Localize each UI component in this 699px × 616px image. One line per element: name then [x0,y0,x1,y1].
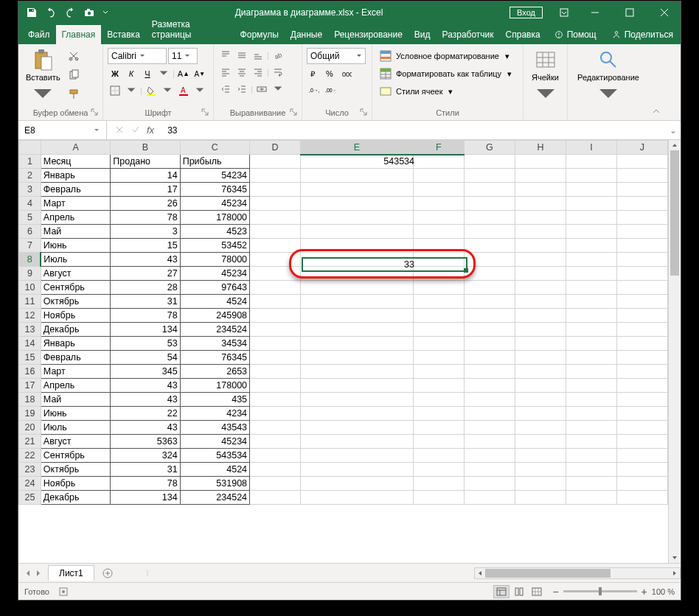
cell-F4[interactable] [413,197,464,211]
cell-F25[interactable] [413,491,464,505]
zoom-level[interactable]: 100 % [652,587,675,596]
cell-I16[interactable] [566,365,616,379]
cell-A12[interactable]: Ноябрь [41,309,110,323]
cell-E14[interactable] [301,337,414,351]
row-header-23[interactable]: 23 [19,463,41,477]
row-header-14[interactable]: 14 [19,337,41,351]
zoom-in-button[interactable]: + [641,586,647,598]
cell-H15[interactable] [515,351,566,365]
cell-J12[interactable] [616,309,667,323]
cell-G2[interactable] [464,169,515,183]
cell-B14[interactable]: 53 [111,337,180,351]
cell-D3[interactable] [250,183,301,197]
cell-D14[interactable] [250,337,301,351]
collapse-ribbon-button[interactable] [649,44,664,120]
cell-H9[interactable] [515,267,566,281]
cell-C13[interactable]: 234524 [180,323,249,337]
cell-J24[interactable] [616,477,667,491]
cell-J8[interactable] [616,253,667,267]
tab-developer[interactable]: Разработчик [437,25,500,44]
col-header-I[interactable]: I [566,141,616,155]
cell-B4[interactable]: 26 [111,197,180,211]
cell-C24[interactable]: 531908 [180,477,249,491]
paste-button[interactable]: Вставить [23,46,63,108]
cell-J7[interactable] [616,239,667,253]
cell-D7[interactable] [250,239,301,253]
row-header-12[interactable]: 12 [19,309,41,323]
cell-B24[interactable]: 78 [111,477,180,491]
cell-H18[interactable] [515,393,566,407]
cell-G9[interactable] [464,267,515,281]
cell-F8[interactable] [413,253,464,267]
tab-formulas[interactable]: Формулы [234,25,285,44]
tab-home[interactable]: Главная [56,25,102,44]
share-button[interactable]: Поделиться [604,25,681,44]
cell-J2[interactable] [616,169,667,183]
cell-J20[interactable] [616,421,667,435]
cell-B12[interactable]: 78 [111,309,180,323]
cell-E13[interactable] [301,323,414,337]
cell-A6[interactable]: Май [41,225,110,239]
cell-H24[interactable] [515,477,566,491]
cell-F14[interactable] [413,337,464,351]
cell-A8[interactable]: Июль [41,253,110,267]
cell-E10[interactable] [301,281,414,295]
cell-I9[interactable] [566,267,616,281]
cell-C21[interactable]: 45234 [180,435,249,449]
cell-E5[interactable] [301,211,414,225]
cell-G3[interactable] [464,183,515,197]
align-center-button[interactable] [234,65,249,80]
cell-J19[interactable] [616,407,667,421]
cell-I25[interactable] [566,491,616,505]
cell-J13[interactable] [616,323,667,337]
underline-button[interactable]: Ч [140,66,155,81]
cell-C5[interactable]: 178000 [180,211,249,225]
tab-view[interactable]: Вид [408,25,437,44]
col-header-H[interactable]: H [515,141,566,155]
cell-G22[interactable] [464,449,515,463]
increase-font-button[interactable]: A▲ [176,66,191,81]
macro-record-icon[interactable] [58,587,69,597]
cell-G10[interactable] [464,281,515,295]
cell-I5[interactable] [566,211,616,225]
row-header-7[interactable]: 7 [19,239,41,253]
row-header-15[interactable]: 15 [19,351,41,365]
cell-J21[interactable] [616,435,667,449]
cell-H6[interactable] [515,225,566,239]
align-top-button[interactable] [218,48,233,63]
cell-D13[interactable] [250,323,301,337]
row-header-25[interactable]: 25 [19,491,41,505]
enter-formula-icon[interactable] [131,125,141,136]
cell-B8[interactable]: 43 [111,253,180,267]
cell-H22[interactable] [515,449,566,463]
cell-F16[interactable] [413,365,464,379]
cell-E15[interactable] [301,351,414,365]
cell-C11[interactable]: 4524 [180,295,249,309]
tab-review[interactable]: Рецензирование [328,25,408,44]
cell-F23[interactable] [413,463,464,477]
cell-A24[interactable]: Ноябрь [41,477,110,491]
row-header-16[interactable]: 16 [19,365,41,379]
row-header-9[interactable]: 9 [19,267,41,281]
cell-G4[interactable] [464,197,515,211]
cell-D6[interactable] [250,225,301,239]
cell-B20[interactable]: 43 [111,421,180,435]
copy-button[interactable] [68,67,80,83]
cell-C22[interactable]: 543534 [180,449,249,463]
cell-F24[interactable] [413,477,464,491]
cell-A4[interactable]: Март [41,197,110,211]
tell-me-button[interactable]: Помощ [546,25,604,44]
cell-G20[interactable] [464,421,515,435]
cell-F18[interactable] [413,393,464,407]
cell-F1[interactable] [413,155,464,169]
cell-F7[interactable] [413,239,464,253]
cell-A22[interactable]: Сентябрь [41,449,110,463]
cell-F17[interactable] [413,379,464,393]
cell-D23[interactable] [250,463,301,477]
cell-C9[interactable]: 45234 [180,267,249,281]
cell-H16[interactable] [515,365,566,379]
cell-A9[interactable]: Август [41,267,110,281]
tab-help[interactable]: Справка [500,25,546,44]
cell-C18[interactable]: 435 [180,393,249,407]
cell-G15[interactable] [464,351,515,365]
